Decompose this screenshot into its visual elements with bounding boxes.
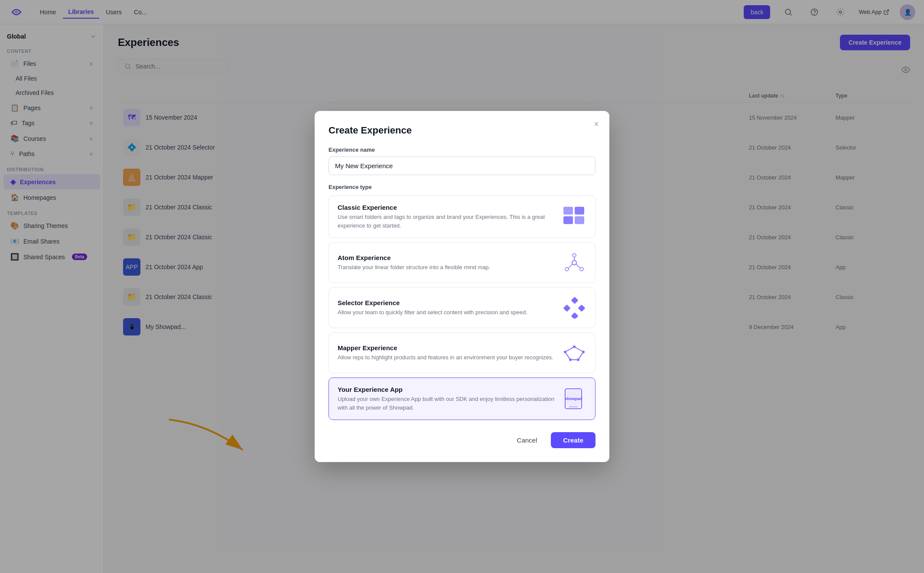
svg-point-16 (573, 254, 576, 257)
exp-type-atom-info: Atom Experience Translate your linear fo… (338, 254, 555, 272)
svg-point-31 (564, 351, 566, 353)
svg-rect-13 (563, 216, 573, 224)
modal-footer: Cancel Create (329, 430, 595, 448)
experience-type-list: Classic Experience Use smart folders and… (329, 195, 595, 420)
exp-type-mapper-name: Mapper Experience (338, 344, 555, 352)
selector-icon (562, 296, 586, 320)
exp-type-selector[interactable]: Selector Experience Allow your team to q… (329, 287, 595, 328)
exp-type-classic-desc: Use smart folders and tags to organize a… (338, 213, 555, 230)
svg-point-27 (573, 345, 576, 348)
exp-type-atom[interactable]: Atom Experience Translate your linear fo… (329, 242, 595, 283)
experience-name-label: Experience name (329, 147, 595, 153)
svg-point-17 (565, 267, 569, 271)
modal-create-button[interactable]: Create (551, 432, 595, 448)
modal-title: Create Experience (329, 125, 595, 136)
svg-rect-22 (571, 297, 579, 304)
atom-icon (562, 251, 586, 275)
svg-point-18 (580, 267, 583, 271)
svg-rect-14 (575, 216, 584, 224)
svg-rect-11 (563, 207, 573, 215)
exp-type-mapper[interactable]: Mapper Experience Allow reps to highligh… (329, 332, 595, 373)
exp-type-mapper-info: Mapper Experience Allow reps to highligh… (338, 344, 555, 362)
modal-close-button[interactable]: × (594, 120, 599, 128)
svg-point-28 (582, 351, 585, 353)
exp-type-selector-desc: Allow your team to quickly filter and se… (338, 308, 555, 317)
cancel-button[interactable]: Cancel (508, 432, 546, 448)
exp-type-app-desc: Upload your own Experience App built wit… (338, 395, 555, 412)
svg-rect-35 (569, 406, 578, 407)
exp-type-classic-name: Classic Experience (338, 204, 555, 211)
svg-rect-23 (563, 305, 570, 312)
exp-type-classic[interactable]: Classic Experience Use smart folders and… (329, 195, 595, 238)
svg-rect-12 (575, 207, 584, 215)
exp-type-atom-desc: Translate your linear folder structure i… (338, 263, 555, 272)
experience-name-input[interactable] (329, 156, 595, 175)
app-icon: showpad (562, 387, 586, 411)
svg-line-21 (576, 264, 580, 268)
exp-type-app-info: Your Experience App Upload your own Expe… (338, 386, 555, 412)
mapper-icon (562, 341, 586, 365)
svg-rect-24 (578, 305, 585, 312)
svg-marker-26 (565, 347, 583, 360)
svg-line-20 (569, 264, 573, 268)
exp-type-mapper-desc: Allow reps to highlight products and fea… (338, 353, 555, 362)
exp-type-classic-info: Classic Experience Use smart folders and… (338, 204, 555, 230)
exp-type-selector-info: Selector Experience Allow your team to q… (338, 299, 555, 317)
svg-rect-25 (571, 313, 579, 319)
exp-type-app[interactable]: Your Experience App Upload your own Expe… (329, 378, 595, 420)
modal-overlay[interactable]: × Create Experience Experience name Expe… (0, 0, 924, 573)
svg-point-29 (577, 358, 579, 361)
classic-icon (562, 205, 586, 229)
svg-point-30 (569, 358, 572, 361)
exp-type-app-name: Your Experience App (338, 386, 555, 393)
svg-text:showpad: showpad (565, 397, 582, 401)
exp-type-selector-name: Selector Experience (338, 299, 555, 306)
create-experience-modal: × Create Experience Experience name Expe… (315, 111, 609, 462)
exp-type-atom-name: Atom Experience (338, 254, 555, 261)
experience-type-label: Experience type (329, 184, 595, 190)
